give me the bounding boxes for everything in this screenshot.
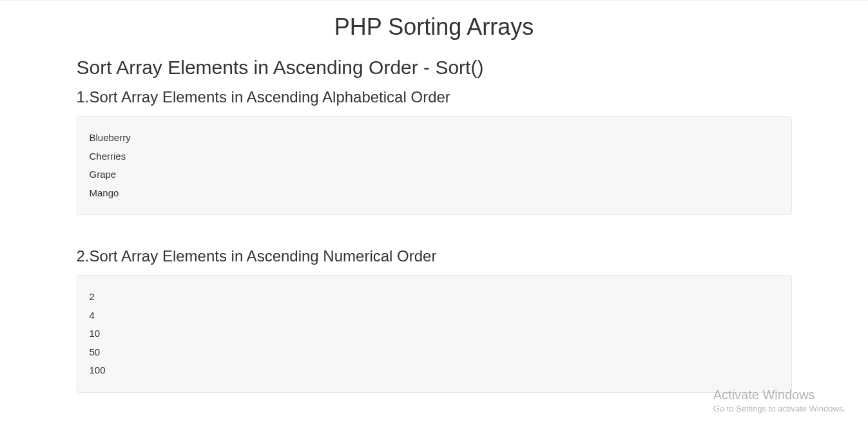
list-item: 4 bbox=[90, 307, 779, 325]
example2-output-box: 2 4 10 50 100 bbox=[77, 275, 792, 393]
watermark-line1: Activate Windows bbox=[713, 388, 845, 402]
list-item: Mango bbox=[90, 184, 779, 203]
list-item: Cherries bbox=[90, 147, 779, 166]
example1-output-box: Blueberry Cherries Grape Mango bbox=[77, 116, 792, 215]
section-heading: Sort Array Elements in Ascending Order -… bbox=[77, 57, 792, 79]
list-item: 50 bbox=[90, 343, 779, 362]
list-item: 2 bbox=[90, 288, 779, 307]
example1-heading: 1.Sort Array Elements in Ascending Alpha… bbox=[77, 88, 792, 106]
list-item: 10 bbox=[90, 325, 779, 343]
main-container: PHP Sorting Arrays Sort Array Elements i… bbox=[67, 14, 802, 393]
list-item: Blueberry bbox=[90, 129, 779, 147]
watermark-line2: Go to Settings to activate Windows. bbox=[713, 404, 845, 413]
example2-heading: 2.Sort Array Elements in Ascending Numer… bbox=[77, 247, 792, 265]
windows-activation-watermark: Activate Windows Go to Settings to activ… bbox=[713, 388, 845, 413]
list-item: 100 bbox=[90, 361, 779, 380]
page-title: PHP Sorting Arrays bbox=[77, 14, 792, 41]
list-item: Grape bbox=[90, 165, 779, 184]
